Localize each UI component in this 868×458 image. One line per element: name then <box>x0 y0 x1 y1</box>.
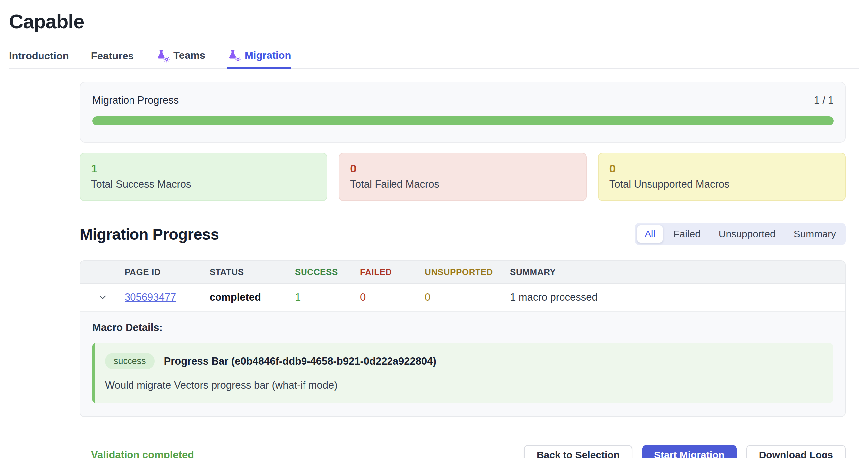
stat-label: Total Unsupported Macros <box>609 178 835 191</box>
migration-progress-card: Migration Progress 1 / 1 <box>80 82 846 143</box>
flask-gear-icon <box>227 49 240 62</box>
success-cell: 1 <box>295 291 360 304</box>
progress-bar-track <box>92 116 834 125</box>
page-title: Capable <box>9 10 859 33</box>
stat-value: 0 <box>350 162 576 175</box>
tab-label: Features <box>91 50 134 62</box>
progress-card-title: Migration Progress <box>92 94 179 106</box>
flask-gear-icon <box>156 49 169 62</box>
main-content: Migration Progress 1 / 1 1 Total Success… <box>80 82 846 458</box>
section-heading: Migration Progress <box>80 225 219 243</box>
tab-migration[interactable]: Migration <box>227 49 291 68</box>
validation-status: Validation completed <box>91 449 194 458</box>
progress-bar-fill <box>92 116 834 125</box>
stat-card-unsupported: 0 Total Unsupported Macros <box>598 152 846 201</box>
failed-cell: 0 <box>360 291 425 304</box>
page-id-link[interactable]: 305693477 <box>125 291 176 303</box>
filter-unsupported[interactable]: Unsupported <box>711 225 783 242</box>
back-to-selection-button[interactable]: Back to Selection <box>524 445 632 458</box>
stat-card-success: 1 Total Success Macros <box>80 152 328 201</box>
stat-value: 1 <box>91 162 317 175</box>
app: Capable Introduction Features <box>0 0 868 458</box>
unsupported-cell: 0 <box>425 291 510 304</box>
summary-cell: 1 macro processed <box>510 291 845 304</box>
header-unsupported: UNSUPPORTED <box>425 267 510 277</box>
tab-label: Teams <box>173 50 205 61</box>
download-logs-button[interactable]: Download Logs <box>746 445 846 458</box>
stat-label: Total Failed Macros <box>350 178 576 191</box>
filter-summary[interactable]: Summary <box>786 225 843 242</box>
status-cell: completed <box>210 291 295 304</box>
macro-details-panel: Macro Details: success Progress Bar (e0b… <box>80 311 845 417</box>
macro-entry: success Progress Bar (e0b4846f-ddb9-4658… <box>92 343 833 403</box>
macro-details-heading: Macro Details: <box>92 322 833 334</box>
tab-teams[interactable]: Teams <box>156 49 205 68</box>
table-header-row: PAGE ID STATUS SUCCESS FAILED UNSUPPORTE… <box>80 261 845 284</box>
header-page-id: PAGE ID <box>125 267 210 277</box>
table-row: 305693477 completed 1 0 0 1 macro proces… <box>80 284 845 311</box>
tab-introduction[interactable]: Introduction <box>9 50 69 68</box>
stat-card-failed: 0 Total Failed Macros <box>339 152 586 201</box>
filter-all[interactable]: All <box>637 225 663 242</box>
filter-failed[interactable]: Failed <box>666 225 708 242</box>
section-header: Migration Progress All Failed Unsupporte… <box>80 223 846 245</box>
tab-bar: Introduction Features <box>9 49 859 69</box>
stat-value: 0 <box>609 162 835 175</box>
progress-counter: 1 / 1 <box>814 94 834 106</box>
macro-title: Progress Bar (e0b4846f-ddb9-4658-b921-0d… <box>164 355 436 367</box>
tab-features[interactable]: Features <box>91 50 134 68</box>
macro-description: Would migrate Vectors progress bar (what… <box>105 379 822 391</box>
header-success: SUCCESS <box>295 267 360 277</box>
chevron-down-icon <box>97 299 108 304</box>
filter-segmented-control: All Failed Unsupported Summary <box>635 223 846 245</box>
start-migration-button[interactable]: Start Migration <box>642 445 737 458</box>
row-expand-button[interactable] <box>97 292 108 303</box>
header-summary: SUMMARY <box>510 267 845 277</box>
header-failed: FAILED <box>360 267 425 277</box>
status-badge: success <box>105 353 155 369</box>
results-table: PAGE ID STATUS SUCCESS FAILED UNSUPPORTE… <box>80 260 846 417</box>
stat-label: Total Success Macros <box>91 178 317 191</box>
header-status: STATUS <box>210 267 295 277</box>
tab-label: Migration <box>245 50 291 61</box>
tab-label: Introduction <box>9 50 69 62</box>
footer-actions: Validation completed Back to Selection S… <box>80 445 846 458</box>
stat-cards-row: 1 Total Success Macros 0 Total Failed Ma… <box>80 152 846 201</box>
